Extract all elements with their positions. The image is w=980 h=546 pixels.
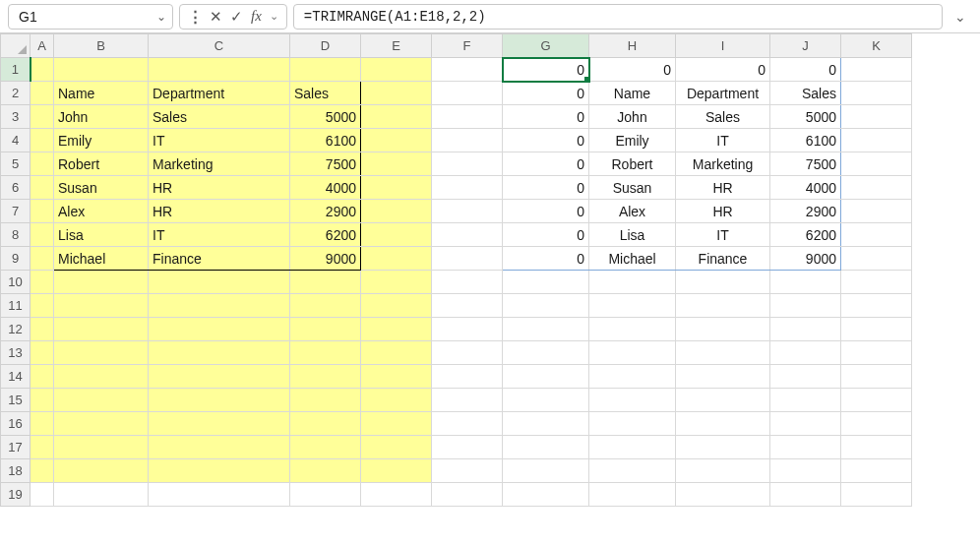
cell-K9[interactable] (841, 247, 912, 271)
cell-F2[interactable] (432, 82, 503, 105)
cell-I7[interactable]: HR (676, 200, 770, 223)
cell-J9[interactable]: 9000 (770, 247, 841, 271)
col-header-I[interactable]: I (676, 34, 770, 58)
cell-B1[interactable] (54, 58, 149, 82)
cell-D18[interactable] (290, 459, 361, 483)
cell-K19[interactable] (841, 483, 912, 507)
cell-J4[interactable]: 6100 (770, 129, 841, 152)
cell-D7[interactable]: 2900 (290, 200, 361, 223)
cell-D12[interactable] (290, 318, 361, 341)
cell-E7[interactable] (361, 200, 432, 223)
cell-E2[interactable] (361, 82, 432, 105)
cell-H18[interactable] (589, 459, 676, 483)
cell-H15[interactable] (589, 389, 676, 412)
cell-J15[interactable] (770, 389, 841, 412)
row-header-10[interactable]: 10 (1, 271, 31, 294)
cell-G18[interactable] (503, 459, 589, 483)
fx-icon[interactable]: fx (251, 8, 262, 25)
cell-H16[interactable] (589, 412, 676, 436)
cell-K3[interactable] (841, 105, 912, 129)
cell-C10[interactable] (149, 271, 290, 294)
cell-C13[interactable] (149, 341, 290, 365)
cell-F14[interactable] (432, 365, 503, 389)
cell-E18[interactable] (361, 459, 432, 483)
col-header-C[interactable]: C (149, 34, 290, 58)
cell-G8[interactable]: 0 (503, 223, 589, 247)
col-header-E[interactable]: E (361, 34, 432, 58)
cell-D11[interactable] (290, 294, 361, 318)
cell-E6[interactable] (361, 176, 432, 200)
cell-I6[interactable]: HR (676, 176, 770, 200)
row-header-2[interactable]: 2 (1, 82, 31, 105)
cell-E8[interactable] (361, 223, 432, 247)
cell-J6[interactable]: 4000 (770, 176, 841, 200)
cell-I10[interactable] (676, 271, 770, 294)
cell-A11[interactable] (31, 294, 54, 318)
row-header-16[interactable]: 16 (1, 412, 31, 436)
row-header-3[interactable]: 3 (1, 105, 31, 129)
cell-A2[interactable] (31, 82, 54, 105)
cell-C5[interactable]: Marketing (149, 152, 290, 176)
col-header-B[interactable]: B (54, 34, 149, 58)
cell-K1[interactable] (841, 58, 912, 82)
cell-K7[interactable] (841, 200, 912, 223)
cell-I11[interactable] (676, 294, 770, 318)
formula-input[interactable]: =TRIMRANGE(A1:E18,2,2) (293, 4, 943, 30)
cell-H12[interactable] (589, 318, 676, 341)
cell-K13[interactable] (841, 341, 912, 365)
col-header-F[interactable]: F (432, 34, 503, 58)
more-icon[interactable]: ⋮ (188, 8, 202, 26)
cell-H11[interactable] (589, 294, 676, 318)
cell-E12[interactable] (361, 318, 432, 341)
cell-F16[interactable] (432, 412, 503, 436)
cell-E1[interactable] (361, 58, 432, 82)
cell-C14[interactable] (149, 365, 290, 389)
col-header-G[interactable]: G (503, 34, 589, 58)
cell-H13[interactable] (589, 341, 676, 365)
cell-B9[interactable]: Michael (54, 247, 149, 271)
cell-D19[interactable] (290, 483, 361, 507)
cell-J13[interactable] (770, 341, 841, 365)
cell-B8[interactable]: Lisa (54, 223, 149, 247)
cell-D13[interactable] (290, 341, 361, 365)
cell-C15[interactable] (149, 389, 290, 412)
cell-H4[interactable]: Emily (589, 129, 676, 152)
cell-J19[interactable] (770, 483, 841, 507)
cell-C16[interactable] (149, 412, 290, 436)
cell-E4[interactable] (361, 129, 432, 152)
cell-B17[interactable] (54, 436, 149, 459)
cell-B18[interactable] (54, 459, 149, 483)
cell-G2[interactable]: 0 (503, 82, 589, 105)
cell-A6[interactable] (31, 176, 54, 200)
cell-F11[interactable] (432, 294, 503, 318)
cell-B6[interactable]: Susan (54, 176, 149, 200)
cell-B7[interactable]: Alex (54, 200, 149, 223)
cell-A10[interactable] (31, 271, 54, 294)
worksheet[interactable]: ABCDEFGHIJK 100002NameDepartmentSales0Na… (0, 33, 980, 507)
cell-G1[interactable]: 0 (503, 58, 589, 82)
expand-formula-bar-icon[interactable]: ⌄ (949, 4, 972, 30)
row-header-9[interactable]: 9 (1, 247, 31, 271)
cell-I1[interactable]: 0 (676, 58, 770, 82)
cell-G17[interactable] (503, 436, 589, 459)
cell-D14[interactable] (290, 365, 361, 389)
cell-E16[interactable] (361, 412, 432, 436)
cell-C7[interactable]: HR (149, 200, 290, 223)
cell-B4[interactable]: Emily (54, 129, 149, 152)
cell-C17[interactable] (149, 436, 290, 459)
col-header-H[interactable]: H (589, 34, 676, 58)
cell-K5[interactable] (841, 152, 912, 176)
cell-J3[interactable]: 5000 (770, 105, 841, 129)
cell-A14[interactable] (31, 365, 54, 389)
grid[interactable]: ABCDEFGHIJK 100002NameDepartmentSales0Na… (0, 33, 912, 507)
cell-H19[interactable] (589, 483, 676, 507)
cell-C9[interactable]: Finance (149, 247, 290, 271)
col-header-A[interactable]: A (31, 34, 54, 58)
cell-G5[interactable]: 0 (503, 152, 589, 176)
row-header-7[interactable]: 7 (1, 200, 31, 223)
cell-F9[interactable] (432, 247, 503, 271)
cell-A16[interactable] (31, 412, 54, 436)
cell-F12[interactable] (432, 318, 503, 341)
cell-E3[interactable] (361, 105, 432, 129)
cell-J11[interactable] (770, 294, 841, 318)
